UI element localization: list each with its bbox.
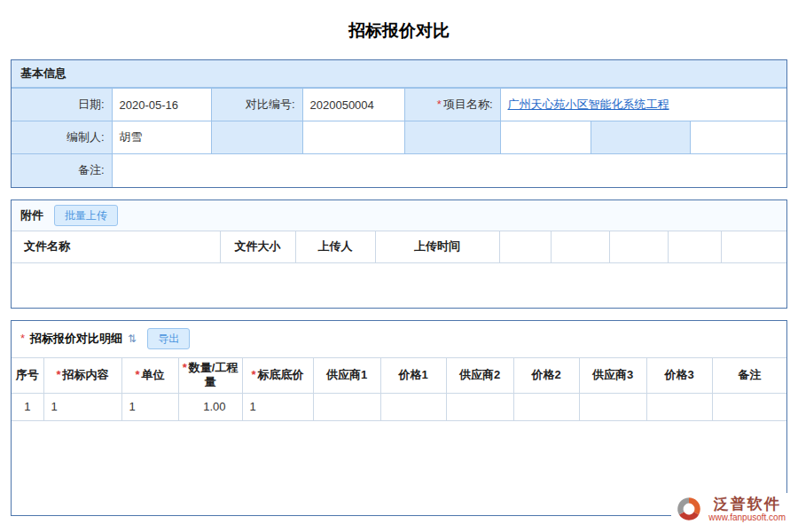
detail-strip: * 招标报价对比明细 ⇅ 导出	[12, 321, 786, 357]
basic-info-panel: 基本信息 日期: 2020-05-16 对比编号: 2020050004 *项目…	[11, 59, 787, 188]
attach-col-empty	[721, 231, 786, 262]
empty-label-cell	[211, 121, 302, 154]
empty-value-cell	[302, 121, 404, 154]
export-button[interactable]: 导出	[147, 328, 190, 349]
attach-col-upload-time: 上传时间	[375, 231, 499, 262]
detail-cell-unit: 1	[121, 393, 178, 420]
detail-cell-supplier1	[313, 393, 380, 420]
project-name-label: *项目名称:	[404, 89, 500, 121]
detail-col-base-price: *标底底价	[242, 357, 313, 393]
detail-cell-price2	[513, 393, 579, 420]
required-mark: *	[437, 98, 442, 111]
basic-info-section-title: 基本信息	[12, 60, 786, 88]
remark-value	[112, 154, 786, 187]
detail-body: 1111.001	[12, 393, 786, 420]
empty-label-cell	[404, 121, 500, 154]
brand-name: 泛普软件	[714, 496, 781, 512]
attachments-header-row: 文件名称 文件大小 上传人 上传时间	[12, 231, 786, 262]
attachments-panel: 附件 批量上传 文件名称 文件大小 上传人 上传时间	[11, 200, 787, 309]
required-mark: *	[183, 361, 187, 374]
attachments-strip: 附件 批量上传	[12, 200, 786, 231]
required-mark: *	[135, 368, 139, 381]
detail-cell-content: 1	[43, 393, 121, 420]
basic-info-row-2: 编制人: 胡雪	[12, 121, 786, 154]
batch-upload-button[interactable]: 批量上传	[54, 205, 118, 226]
detail-cell-price3	[646, 393, 712, 420]
author-value: 胡雪	[112, 121, 211, 154]
page-title: 招标报价对比	[11, 0, 787, 59]
project-name-value: 广州天心苑小区智能化系统工程	[500, 89, 786, 121]
detail-row: 1111.001	[12, 393, 786, 420]
detail-cell-seq: 1	[12, 393, 43, 420]
attach-col-empty	[668, 231, 721, 262]
attachments-empty-area	[12, 263, 786, 308]
detail-col-unit: *单位	[121, 357, 178, 393]
empty-value-cell	[690, 121, 786, 154]
basic-info-table: 日期: 2020-05-16 对比编号: 2020050004 *项目名称: 广…	[12, 88, 786, 187]
detail-cell-quantity: 1.00	[178, 393, 242, 420]
detail-panel: * 招标报价对比明细 ⇅ 导出 序号*招标内容*单位*数量/工程量*标底底价供应…	[11, 320, 787, 516]
brand-text: 泛普软件 www.fanpusoft.com	[708, 496, 786, 523]
detail-cell-price1	[380, 393, 446, 420]
date-label: 日期:	[12, 89, 112, 121]
detail-cell-remark	[712, 393, 786, 420]
required-mark: *	[56, 368, 60, 381]
detail-col-seq: 序号	[12, 357, 43, 393]
date-value: 2020-05-16	[112, 89, 211, 121]
detail-col-quantity: *数量/工程量	[178, 357, 242, 393]
detail-col-content: *招标内容	[43, 357, 121, 393]
compare-no-label: 对比编号:	[211, 89, 302, 121]
detail-col-price3: 价格3	[646, 357, 712, 393]
attach-col-filename: 文件名称	[12, 231, 220, 262]
detail-col-supplier1: 供应商1	[313, 357, 380, 393]
project-name-link[interactable]: 广州天心苑小区智能化系统工程	[508, 98, 669, 111]
required-mark: *	[20, 332, 25, 345]
brand-website: www.fanpusoft.com	[708, 512, 786, 523]
fanpu-logo-icon	[675, 495, 703, 523]
detail-col-supplier3: 供应商3	[579, 357, 646, 393]
attach-col-empty	[499, 231, 551, 262]
detail-col-price2: 价格2	[513, 357, 579, 393]
author-label: 编制人:	[12, 121, 112, 154]
empty-value-cell	[500, 121, 591, 154]
detail-col-supplier2: 供应商2	[446, 357, 513, 393]
remark-label: 备注:	[12, 154, 112, 187]
required-mark: *	[251, 368, 255, 381]
attach-col-empty	[609, 231, 668, 262]
detail-col-remark: 备注	[712, 357, 786, 393]
sort-icon[interactable]: ⇅	[128, 332, 137, 345]
detail-section-title: 招标报价对比明细	[30, 331, 122, 347]
detail-table: 序号*招标内容*单位*数量/工程量*标底底价供应商1价格1供应商2价格2供应商3…	[12, 357, 786, 421]
attach-col-uploader: 上传人	[295, 231, 375, 262]
detail-empty-area	[12, 421, 786, 515]
detail-cell-supplier3	[579, 393, 646, 420]
basic-info-row-3: 备注:	[12, 154, 786, 187]
footer-brand: 泛普软件 www.fanpusoft.com	[671, 493, 789, 525]
detail-header-row: 序号*招标内容*单位*数量/工程量*标底底价供应商1价格1供应商2价格2供应商3…	[12, 357, 786, 393]
attach-col-filesize: 文件大小	[220, 231, 295, 262]
attachments-section-title: 附件	[20, 207, 43, 223]
attach-col-empty	[551, 231, 609, 262]
empty-label-cell	[591, 121, 690, 154]
detail-col-price1: 价格1	[380, 357, 446, 393]
attachments-table: 文件名称 文件大小 上传人 上传时间	[12, 231, 786, 263]
detail-cell-base-price: 1	[242, 393, 313, 420]
page: 招标报价对比 基本信息 日期: 2020-05-16 对比编号: 2020050…	[0, 0, 798, 516]
detail-cell-supplier2	[446, 393, 513, 420]
compare-no-value: 2020050004	[302, 89, 404, 121]
basic-info-row-1: 日期: 2020-05-16 对比编号: 2020050004 *项目名称: 广…	[12, 89, 786, 121]
